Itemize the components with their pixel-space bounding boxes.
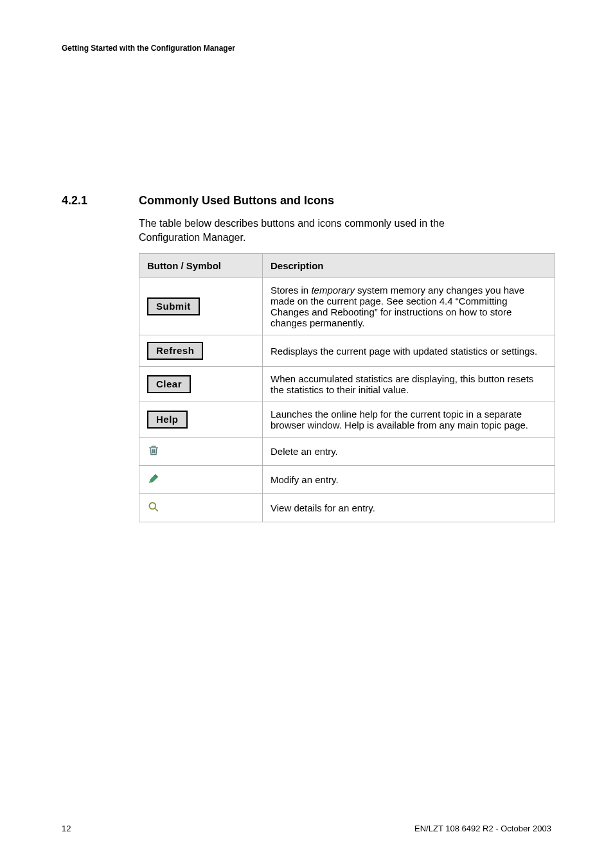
magnifier-icon[interactable]: [147, 504, 160, 515]
cell-description: Stores in temporary system memory any ch…: [263, 278, 555, 335]
section-intro: The table below describes buttons and ic…: [139, 217, 499, 244]
table-row: View details for an entry.: [139, 494, 555, 522]
buttons-table: Button / Symbol Description Submit Store…: [139, 253, 555, 522]
running-header: Getting Started with the Configuration M…: [62, 44, 551, 53]
table-row: Refresh Redisplays the current page with…: [139, 335, 555, 367]
trash-icon[interactable]: [147, 448, 160, 459]
cell-description: Delete an entry.: [263, 438, 555, 466]
submit-button[interactable]: Submit: [147, 297, 200, 315]
doc-id: EN/LZT 108 6492 R2 - October 2003: [414, 824, 551, 833]
help-button[interactable]: Help: [147, 411, 188, 429]
cell-description: When accumulated statistics are displayi…: [263, 367, 555, 402]
pencil-icon[interactable]: [147, 476, 160, 487]
table-row: Modify an entry.: [139, 466, 555, 494]
desc-text-italic: temporary: [311, 285, 355, 296]
clear-button[interactable]: Clear: [147, 375, 191, 393]
table-row: Clear When accumulated statistics are di…: [139, 367, 555, 402]
desc-text: Stores in: [271, 285, 311, 296]
table-header-symbol: Button / Symbol: [139, 254, 263, 278]
cell-description: Modify an entry.: [263, 466, 555, 494]
cell-description: View details for an entry.: [263, 494, 555, 522]
table-row: Delete an entry.: [139, 438, 555, 466]
svg-point-0: [149, 503, 155, 509]
cell-description: Launches the online help for the current…: [263, 402, 555, 438]
table-header-description: Description: [263, 254, 555, 278]
refresh-button[interactable]: Refresh: [147, 342, 203, 360]
table-row: Submit Stores in temporary system memory…: [139, 278, 555, 335]
page-number: 12: [62, 824, 71, 833]
section-title: Commonly Used Buttons and Icons: [139, 194, 334, 208]
section-number: 4.2.1: [62, 194, 139, 208]
table-row: Help Launches the online help for the cu…: [139, 402, 555, 438]
cell-description: Redisplays the current page with updated…: [263, 335, 555, 367]
